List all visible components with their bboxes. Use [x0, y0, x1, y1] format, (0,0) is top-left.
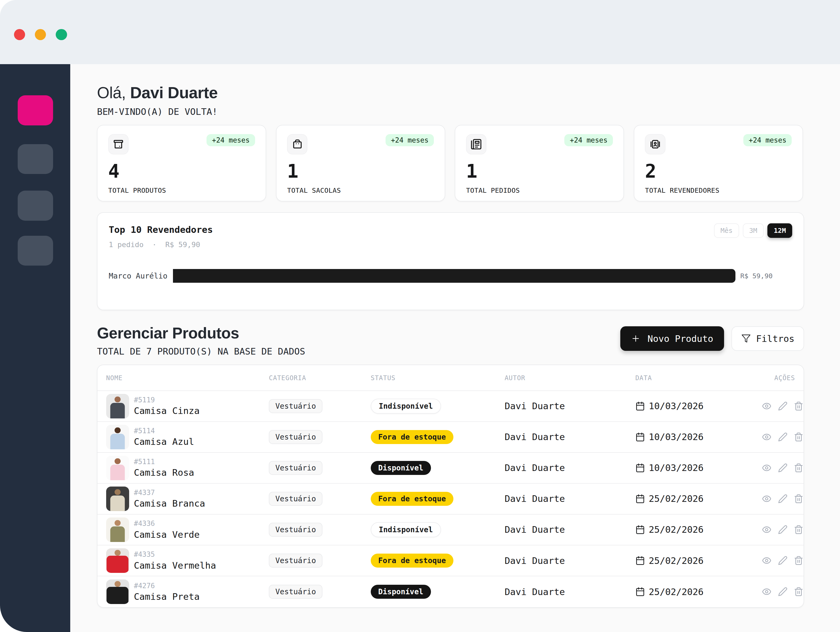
delete-product-button[interactable]	[794, 556, 804, 566]
view-product-button[interactable]	[762, 587, 772, 597]
plus-icon	[631, 334, 641, 344]
product-thumbnail	[106, 487, 129, 511]
close-window-button[interactable]	[14, 29, 25, 40]
pencil-icon	[778, 463, 788, 473]
sidebar-item-3[interactable]	[18, 236, 53, 266]
stat-value: 4	[108, 162, 255, 181]
sidebar-item-1[interactable]	[18, 144, 53, 174]
category-badge: Vestuário	[269, 492, 322, 506]
view-product-button[interactable]	[762, 525, 772, 534]
new-product-button[interactable]: Novo Produto	[620, 326, 724, 351]
edit-product-button[interactable]	[778, 432, 788, 442]
range-filter-group: Mês 3M 12M	[714, 223, 792, 238]
calendar-icon	[635, 587, 645, 597]
maximize-window-button[interactable]	[56, 29, 67, 40]
view-product-button[interactable]	[762, 401, 772, 411]
stat-value: 2	[645, 162, 792, 181]
range-button-12m[interactable]: 12M	[767, 223, 792, 238]
status-badge: Disponível	[371, 461, 431, 475]
main-content: Olá, Davi Duarte BEM-VINDO(A) DE VOLTA! …	[70, 64, 840, 632]
product-name: Camisa Vermelha	[134, 560, 216, 571]
pencil-icon	[778, 525, 788, 534]
user-name: Davi Duarte	[130, 84, 218, 102]
product-name: Camisa Rosa	[134, 467, 194, 478]
funnel-icon	[741, 334, 751, 344]
period-badge: +24 meses	[564, 134, 613, 146]
product-date: 10/03/2026	[635, 401, 762, 411]
bar	[173, 269, 736, 283]
welcome-subtitle: BEM-VINDO(A) DE VOLTA!	[97, 106, 804, 117]
range-button-mes[interactable]: Mês	[714, 223, 739, 238]
table-row: #4336 Camisa Verde Vestuário Indisponíve…	[98, 515, 804, 545]
delete-product-button[interactable]	[794, 525, 804, 534]
window-titlebar	[0, 0, 840, 64]
filters-button[interactable]: Filtros	[731, 326, 804, 351]
trash-icon	[794, 463, 804, 473]
products-table: NOME CATEGORIA STATUS AUTOR DATA AÇÕES #…	[97, 364, 804, 608]
edit-product-button[interactable]	[778, 463, 788, 473]
view-product-button[interactable]	[762, 494, 772, 504]
product-author: Davi Duarte	[505, 493, 635, 504]
product-name: Camisa Verde	[134, 529, 200, 540]
view-product-button[interactable]	[762, 432, 772, 442]
table-row: #5114 Camisa Azul Vestuário Fora de esto…	[98, 422, 804, 453]
calendar-icon	[635, 556, 645, 566]
category-badge: Vestuário	[269, 399, 322, 413]
delete-product-button[interactable]	[794, 401, 804, 411]
section-subtitle: TOTAL DE 7 PRODUTO(S) NA BASE DE DADOS	[97, 346, 305, 357]
panel-title: Top 10 Revendedores	[109, 224, 793, 235]
stat-card-pedidos: +24 meses 1 TOTAL PEDIDOS	[455, 125, 624, 202]
edit-product-button[interactable]	[778, 525, 788, 534]
bar-value: R$ 59,90	[741, 272, 773, 280]
sidebar-logo[interactable]	[18, 95, 53, 125]
product-thumbnail	[106, 425, 129, 449]
trash-icon	[794, 401, 804, 411]
table-row: #4337 Camisa Branca Vestuário Fora de es…	[98, 484, 804, 515]
delete-product-button[interactable]	[794, 463, 804, 473]
sidebar	[0, 64, 70, 632]
category-badge: Vestuário	[269, 461, 322, 475]
edit-product-button[interactable]	[778, 587, 788, 597]
status-badge: Disponível	[371, 585, 431, 599]
delete-product-button[interactable]	[794, 587, 804, 597]
view-product-button[interactable]	[762, 463, 772, 473]
product-thumbnail	[106, 517, 129, 542]
product-id: #4276	[134, 582, 200, 590]
eye-icon	[762, 463, 772, 473]
column-header-acoes: AÇÕES	[762, 374, 795, 382]
delete-product-button[interactable]	[794, 432, 804, 442]
product-date: 25/02/2026	[635, 493, 762, 504]
product-thumbnail	[106, 580, 129, 604]
product-date: 25/02/2026	[635, 586, 762, 597]
products-section-header: Gerenciar Produtos TOTAL DE 7 PRODUTO(S)…	[97, 324, 804, 357]
section-title: Gerenciar Produtos	[97, 324, 305, 342]
stat-cards: +24 meses 4 TOTAL PRODUTOS +24 meses 1 T…	[97, 125, 804, 202]
table-row: #4276 Camisa Preta Vestuário Disponível …	[98, 576, 804, 607]
calendar-icon	[635, 494, 645, 504]
edit-product-button[interactable]	[778, 494, 788, 504]
period-badge: +24 meses	[743, 134, 792, 146]
sidebar-item-2[interactable]	[18, 191, 53, 221]
pencil-icon	[778, 556, 788, 566]
edit-product-button[interactable]	[778, 556, 788, 566]
view-product-button[interactable]	[762, 556, 772, 566]
category-badge: Vestuário	[269, 553, 322, 567]
eye-icon	[762, 525, 772, 534]
delete-product-button[interactable]	[794, 494, 804, 504]
product-author: Davi Duarte	[505, 524, 635, 535]
trash-icon	[794, 587, 804, 597]
shopping-bag-icon	[287, 134, 307, 154]
edit-product-button[interactable]	[778, 401, 788, 411]
range-button-3m[interactable]: 3M	[743, 223, 764, 238]
stat-label: TOTAL PEDIDOS	[466, 186, 613, 194]
stat-label: TOTAL PRODUTOS	[108, 186, 255, 194]
product-date: 25/02/2026	[635, 524, 762, 535]
eye-icon	[762, 556, 772, 566]
trash-icon	[794, 432, 804, 442]
product-author: Davi Duarte	[505, 555, 635, 566]
top-resellers-panel: Top 10 Revendedores 1 pedido · R$ 59,90 …	[97, 212, 804, 310]
archive-icon	[108, 134, 129, 154]
minimize-window-button[interactable]	[35, 29, 46, 40]
eye-icon	[762, 494, 772, 504]
pencil-icon	[778, 587, 788, 597]
